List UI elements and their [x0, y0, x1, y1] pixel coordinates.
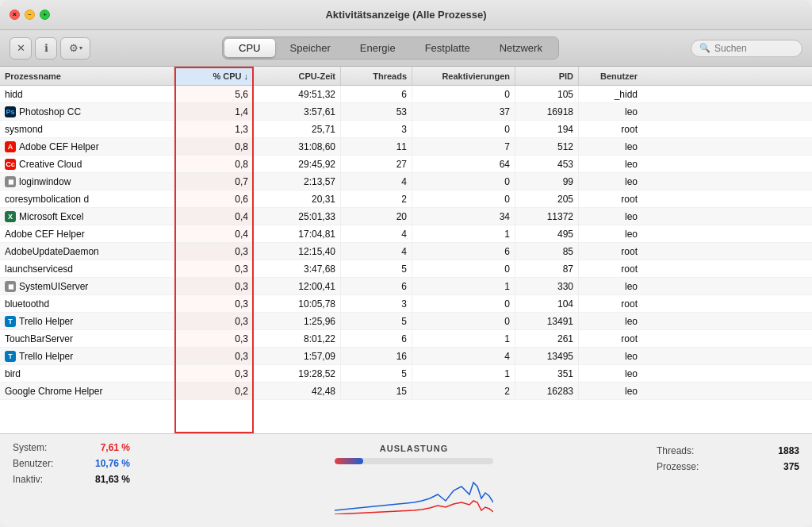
process-name-cell: Adobe CEF Helper	[0, 225, 174, 242]
gear-button[interactable]: ⚙ ▾	[60, 37, 90, 60]
benutzer-label: Benutzer:	[13, 458, 68, 469]
table-row[interactable]: XMicrosoft Excel0,425:01,33203411372leo	[0, 208, 812, 225]
table-row[interactable]: hidd5,649:51,3260105_hidd	[0, 86, 812, 103]
user-cell: leo	[579, 313, 642, 329]
table-row[interactable]: TTrello Helper0,31:25,965013491leo	[0, 313, 812, 330]
adobe-icon: A	[5, 141, 16, 152]
react-cell: 0	[412, 86, 515, 102]
user-cell: _hidd	[579, 86, 642, 102]
process-name: AdobeUpdateDaemon	[5, 246, 99, 257]
inaktiv-value: 81,63 %	[75, 474, 130, 485]
traffic-lights: ✕ − +	[10, 10, 50, 20]
react-cell: 1	[412, 225, 515, 242]
table-row[interactable]: launchservicesd0,33:47,685087root	[0, 260, 812, 278]
table-row[interactable]: sysmond1,325,7130194root	[0, 121, 812, 138]
user-cell: leo	[579, 156, 642, 172]
cpu-cell: 0,3	[174, 278, 254, 294]
table-row[interactable]: AAdobe CEF Helper0,831:08,60117512leo	[0, 138, 812, 156]
process-name-cell: sysmond	[0, 121, 174, 137]
col-header-cpu[interactable]: % CPU ↓	[174, 67, 254, 85]
process-name: bird	[5, 368, 21, 379]
close-button[interactable]: ✕	[10, 10, 20, 20]
benutzer-stat-row: Benutzer: 10,76 %	[13, 458, 171, 469]
threads-cell: 5	[341, 365, 412, 382]
cpu-cell: 1,3	[174, 121, 254, 137]
threads-cell: 4	[341, 173, 412, 190]
cpu-cell: 0,4	[174, 208, 254, 225]
search-box[interactable]: 🔍	[691, 40, 802, 57]
cpu-cell: 0,8	[174, 156, 254, 172]
pid-cell: 85	[515, 243, 579, 260]
stats-right: Threads: 1883 Prozesse: 375	[657, 442, 799, 477]
stop-button[interactable]: ✕	[10, 37, 32, 60]
table-row[interactable]: coresymbolication d0,620,3120205root	[0, 190, 812, 208]
pid-cell: 351	[515, 365, 579, 382]
cpu-cell: 1,4	[174, 103, 254, 120]
col-header-pid[interactable]: PID	[515, 67, 579, 85]
process-name: Adobe CEF Helper	[5, 229, 85, 240]
cpu-cell: 0,4	[174, 225, 254, 242]
cpu-time-cell: 49:51,32	[254, 86, 341, 102]
maximize-button[interactable]: +	[40, 10, 50, 20]
table-row[interactable]: Adobe CEF Helper0,417:04,8141495leo	[0, 225, 812, 243]
column-headers: Prozessname% CPU ↓CPU-ZeitThreadsReaktiv…	[0, 67, 812, 86]
react-cell: 0	[412, 121, 515, 137]
info-button[interactable]: ℹ	[35, 37, 57, 60]
threads-cell: 16	[341, 348, 412, 364]
cpu-cell: 0,7	[174, 173, 254, 190]
table-row[interactable]: TTrello Helper0,31:57,0916413495leo	[0, 348, 812, 365]
table-row[interactable]: bluetoothd0,310:05,7830104root	[0, 295, 812, 313]
process-name-cell: TTrello Helper	[0, 313, 174, 329]
table-row[interactable]: TouchBarServer0,38:01,2261261root	[0, 330, 812, 348]
cpu-usage-bar	[335, 458, 493, 464]
threads-cell: 15	[341, 383, 412, 399]
stats-center: AUSLASTUNG	[184, 442, 644, 526]
cpu-time-cell: 29:45,92	[254, 156, 341, 172]
cpu-sparkline	[335, 471, 493, 514]
cpu-time-cell: 8:01,22	[254, 330, 341, 347]
threads-cell: 20	[341, 208, 412, 225]
react-cell: 0	[412, 173, 515, 190]
search-input[interactable]	[714, 43, 794, 54]
process-name-cell: bluetoothd	[0, 295, 174, 312]
pid-cell: 104	[515, 295, 579, 312]
table-row[interactable]: PsPhotoshop CC1,43:57,61533716918leo	[0, 103, 812, 121]
user-cell: leo	[579, 348, 642, 364]
table-row[interactable]: ◼loginwindow0,72:13,574099leo	[0, 173, 812, 190]
pid-cell: 16283	[515, 383, 579, 399]
cpu-cell: 0,3	[174, 243, 254, 260]
table-row[interactable]: ◼SystemUIServer0,312:00,4161330leo	[0, 278, 812, 295]
tab-netzwerk[interactable]: Netzwerk	[485, 39, 557, 57]
table-row[interactable]: Google Chrome Helper0,242,4815216283leo	[0, 383, 812, 400]
table-row[interactable]: bird0,319:28,5251351leo	[0, 365, 812, 383]
col-header-cpu_time[interactable]: CPU-Zeit	[254, 67, 341, 85]
process-name: Google Chrome Helper	[5, 386, 102, 397]
process-name: hidd	[5, 89, 23, 100]
table-row[interactable]: CcCreative Cloud0,829:45,922764453leo	[0, 156, 812, 173]
pid-cell: 13495	[515, 348, 579, 364]
cpu-time-cell: 25,71	[254, 121, 341, 137]
react-cell: 1	[412, 365, 515, 382]
tab-festplatte[interactable]: Festplatte	[411, 39, 485, 57]
col-header-user[interactable]: Benutzer	[579, 67, 642, 85]
col-header-threads[interactable]: Threads	[341, 67, 412, 85]
col-header-reactivations[interactable]: Reaktivierungen	[412, 67, 515, 85]
pid-cell: 512	[515, 138, 579, 155]
table-row[interactable]: AdobeUpdateDaemon0,312:15,404685root	[0, 243, 812, 260]
pid-cell: 105	[515, 86, 579, 102]
threads-cell: 3	[341, 121, 412, 137]
tab-speicher[interactable]: Speicher	[276, 39, 345, 57]
react-cell: 0	[412, 313, 515, 329]
react-cell: 1	[412, 278, 515, 294]
minimize-button[interactable]: −	[25, 10, 35, 20]
tab-cpu[interactable]: CPU	[224, 39, 274, 57]
process-name: SystemUIServer	[19, 281, 88, 292]
prozesse-stat-row: Prozesse: 375	[657, 461, 799, 472]
cpu-time-cell: 10:05,78	[254, 295, 341, 312]
user-cell: root	[579, 295, 642, 312]
process-name: Adobe CEF Helper	[19, 141, 99, 152]
col-header-name[interactable]: Prozessname	[0, 67, 174, 85]
tab-energie[interactable]: Energie	[346, 39, 410, 57]
cpu-time-cell: 42,48	[254, 383, 341, 399]
pid-cell: 495	[515, 225, 579, 242]
